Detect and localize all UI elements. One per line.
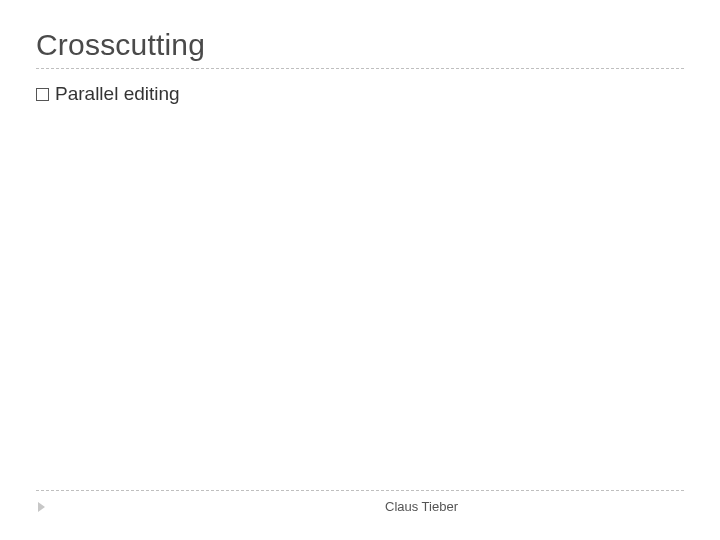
footer-divider	[36, 490, 684, 491]
page-title: Crosscutting	[36, 28, 684, 62]
square-bullet-icon	[36, 88, 49, 101]
bullet-text: Parallel editing	[55, 83, 180, 105]
slide: Crosscutting Parallel editing Claus Tieb…	[0, 0, 720, 540]
footer-row: Claus Tieber	[36, 499, 684, 514]
triangle-right-icon	[38, 502, 45, 512]
title-divider	[36, 68, 684, 69]
footer-author: Claus Tieber	[385, 499, 458, 514]
bullet-item: Parallel editing	[36, 83, 684, 105]
footer: Claus Tieber	[36, 490, 684, 514]
